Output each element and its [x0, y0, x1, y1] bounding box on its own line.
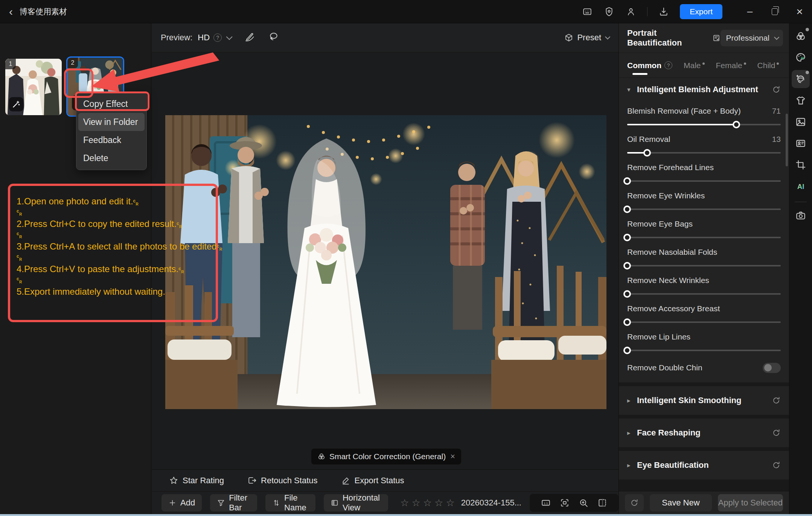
- menu-item-view-in-folder[interactable]: View in Folder: [78, 113, 145, 131]
- return-mark: cR: [217, 242, 223, 250]
- rating-star-icon[interactable]: ☆: [400, 497, 409, 509]
- expand-triangle-icon[interactable]: ▸: [627, 397, 637, 405]
- horizontal-view-button[interactable]: Horizontal View: [324, 494, 388, 511]
- preview-photo-canvas[interactable]: [165, 115, 606, 409]
- mode-dropdown[interactable]: Professional: [721, 30, 783, 46]
- rail-background-image-icon[interactable]: [792, 113, 810, 131]
- download-icon[interactable]: [658, 6, 669, 17]
- rail-crop-icon[interactable]: [792, 156, 810, 174]
- status-tab-retouch-status[interactable]: Retouch Status: [247, 476, 317, 486]
- status-tab-export-status[interactable]: Export Status: [341, 476, 404, 486]
- reset-section-icon[interactable]: [772, 461, 781, 470]
- menu-item-delete[interactable]: Delete: [76, 149, 146, 167]
- add-button[interactable]: Add: [161, 494, 202, 511]
- preset-dropdown[interactable]: Preset: [564, 33, 609, 43]
- slider-track[interactable]: [627, 237, 781, 238]
- status-tab-star[interactable]: Star Rating: [169, 476, 224, 486]
- back-button[interactable]: ‹: [9, 6, 13, 17]
- rail-portrait-retouch-icon[interactable]: [792, 70, 810, 88]
- rating-star-icon[interactable]: ☆: [411, 497, 420, 509]
- reset-section-icon[interactable]: [772, 428, 781, 437]
- applied-effect-chip[interactable]: Smart Color Correction (General) ×: [311, 449, 461, 464]
- slider-knob[interactable]: [623, 290, 631, 298]
- brush-tool-icon[interactable]: [244, 32, 255, 44]
- guide-badge-icon[interactable]: [603, 6, 615, 17]
- filter-bar-button[interactable]: Filter Bar: [210, 494, 257, 511]
- compare-icon[interactable]: [597, 498, 607, 508]
- tab-female[interactable]: Female: [716, 61, 746, 70]
- section-header[interactable]: ▸Face Reshaping: [627, 419, 781, 447]
- account-icon[interactable]: [625, 6, 637, 17]
- apply-to-selected-button[interactable]: Apply to Selected: [718, 494, 783, 511]
- minimize-button[interactable]: –: [737, 0, 762, 23]
- reset-section-icon[interactable]: [772, 396, 781, 405]
- slider-track[interactable]: [627, 124, 781, 125]
- tab-child[interactable]: Child: [757, 61, 779, 70]
- panel-scrollbar[interactable]: [786, 114, 788, 166]
- slider-knob[interactable]: [623, 205, 631, 213]
- rail-color-wheel-icon[interactable]: [792, 27, 810, 45]
- rail-id-photo-icon[interactable]: [792, 134, 810, 152]
- preset-label: Preset: [577, 33, 601, 43]
- slider-track[interactable]: [627, 180, 781, 182]
- slider-knob[interactable]: [623, 347, 631, 354]
- slider-track[interactable]: [627, 209, 781, 210]
- slider-knob[interactable]: [643, 149, 651, 157]
- rail-ai-palette-icon[interactable]: AI: [792, 49, 810, 67]
- toolbar-button-label: Horizontal View: [343, 493, 381, 513]
- status-tab-label: Retouch Status: [261, 476, 317, 486]
- panel-scroll-area[interactable]: ▾ Intelligent Blemish Adjustment Blemish…: [619, 78, 789, 491]
- expand-triangle-icon[interactable]: ▸: [627, 461, 637, 469]
- window-bottom-strip: [0, 514, 812, 516]
- slider-knob[interactable]: [623, 262, 631, 269]
- tab-common[interactable]: Common?: [627, 61, 672, 70]
- restore-button[interactable]: [762, 0, 787, 23]
- save-new-button[interactable]: Save New: [650, 494, 711, 511]
- shortcut-keyboard-icon[interactable]: [582, 6, 593, 17]
- slider-value: 13: [772, 135, 781, 144]
- reset-section-icon[interactable]: [772, 85, 781, 94]
- rail-clothing-icon[interactable]: [792, 91, 810, 110]
- expand-triangle-icon[interactable]: ▸: [627, 429, 637, 437]
- rating-star-icon[interactable]: ☆: [446, 497, 454, 509]
- collapse-triangle-icon[interactable]: ▾: [627, 86, 637, 94]
- notes-doc-icon[interactable]: [712, 34, 721, 42]
- double-chin-toggle[interactable]: [763, 363, 781, 373]
- preview-quality-value[interactable]: HD: [198, 33, 210, 43]
- retouched-wand-icon[interactable]: [9, 97, 23, 111]
- slider-track[interactable]: [627, 350, 781, 351]
- close-button[interactable]: ×: [787, 0, 812, 23]
- zoom-in-icon[interactable]: [579, 498, 588, 508]
- remove-effect-icon[interactable]: ×: [450, 452, 455, 461]
- slider-knob[interactable]: [623, 318, 631, 326]
- toolbar-button-label: Add: [180, 498, 195, 508]
- slider-row-remove-lip-lines: Remove Lip Lines: [627, 327, 781, 355]
- slider-knob[interactable]: [623, 234, 631, 241]
- one-to-one-icon[interactable]: 1:1: [541, 498, 551, 508]
- rating-star-icon[interactable]: ☆: [423, 497, 432, 509]
- preview-help-icon[interactable]: ?: [213, 33, 222, 42]
- section-header[interactable]: ▸Eye Beautification: [627, 451, 781, 479]
- tab-male[interactable]: Male: [684, 61, 705, 70]
- chevron-down-icon[interactable]: [226, 33, 233, 40]
- rail-ai-tools-icon[interactable]: AI: [792, 177, 810, 195]
- fit-screen-icon[interactable]: [560, 498, 570, 508]
- rail-camera-icon[interactable]: [792, 207, 810, 225]
- slider-track[interactable]: [627, 321, 781, 323]
- slider-track[interactable]: [627, 293, 781, 295]
- slider-knob[interactable]: [623, 177, 631, 185]
- slider-track[interactable]: [627, 265, 781, 266]
- photo-thumbnail-1[interactable]: 1: [5, 59, 62, 115]
- file-name-button[interactable]: File Name: [265, 494, 315, 511]
- slider-track[interactable]: [627, 152, 781, 154]
- help-icon[interactable]: ?: [664, 61, 672, 69]
- rating-star-icon[interactable]: ☆: [434, 497, 443, 509]
- export-button[interactable]: Export: [680, 4, 722, 19]
- section-header[interactable]: ▾ Intelligent Blemish Adjustment: [627, 78, 781, 101]
- annotation-arrow: [83, 48, 220, 99]
- reset-all-button[interactable]: [625, 494, 644, 511]
- lasso-tool-icon[interactable]: [268, 32, 279, 44]
- menu-item-feedback[interactable]: Feedback: [76, 131, 146, 149]
- section-header[interactable]: ▸Intelligent Skin Smoothing: [627, 386, 781, 415]
- slider-knob[interactable]: [733, 121, 740, 128]
